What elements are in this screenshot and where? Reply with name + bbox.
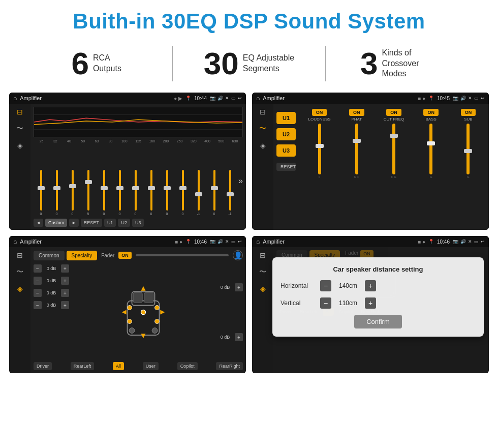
slider-4[interactable]: 5	[81, 170, 96, 216]
slider-1[interactable]: 0	[34, 170, 48, 216]
sp-vol3-minus[interactable]: −	[34, 289, 42, 297]
eq-sidebar-icon-wave[interactable]: 〜	[16, 124, 23, 133]
sp-common-tab[interactable]: Common	[34, 251, 65, 260]
sp-vol1-plus[interactable]: +	[61, 264, 69, 273]
cx-u3-btn[interactable]: U3	[276, 144, 296, 157]
vertical-minus-btn[interactable]: −	[320, 297, 331, 309]
cx-loudness-col: ON LOUDNESS 0	[302, 109, 337, 227]
cx-u2-btn[interactable]: U2	[276, 128, 296, 140]
sp-rearleft-btn[interactable]: RearLeft	[71, 362, 95, 370]
sp-user-icon: 👤	[233, 250, 243, 260]
cx-sidebar-wave-icon[interactable]: 〜	[259, 124, 266, 133]
dist-location-icon: 📍	[428, 239, 434, 244]
sp-all-btn[interactable]: All	[113, 362, 124, 370]
stat-eq: 30 EQ AdjustableSegments	[173, 48, 325, 79]
eq-u2-btn[interactable]: U2	[118, 219, 130, 227]
slider-2[interactable]: 0	[49, 170, 64, 216]
sp-tabs: Common Specialty	[34, 251, 97, 260]
horizontal-label: Horizontal	[281, 282, 316, 289]
crossover-screen-frame: ⌂ Amplifier ■ ● 📍 10:45 📷 🔊 ✕ ▭ ↩ ⊟ 〜 ◈	[252, 93, 489, 230]
sp-right-vol-1: 0 dB +	[217, 283, 243, 291]
slider-9[interactable]: 0	[160, 170, 174, 216]
eq-reset-btn[interactable]: RESET	[81, 219, 102, 227]
cx-cutfreq-scale: F G	[391, 175, 396, 178]
horizontal-minus-btn[interactable]: −	[320, 280, 331, 291]
slider-12[interactable]: 0	[207, 170, 222, 216]
dist-bg-spk-icon: ◈	[260, 285, 266, 293]
slider-next-icon[interactable]: »	[238, 176, 243, 186]
sp-user-btn[interactable]: User	[143, 362, 159, 370]
vertical-value: 110cm	[335, 300, 361, 307]
sp-sidebar-eq-icon[interactable]: ⊟	[17, 251, 23, 259]
sp-vol1-minus[interactable]: −	[34, 264, 42, 273]
eq-sidebar-icon-speaker[interactable]: ◈	[17, 141, 23, 150]
confirm-button[interactable]: Confirm	[354, 315, 402, 328]
cx-cutfreq-on[interactable]: ON	[386, 109, 401, 116]
cx-sidebar: ⊟ 〜 ◈	[252, 104, 273, 230]
slider-5[interactable]: 0	[97, 170, 111, 216]
eq-play-btn[interactable]: ►	[69, 219, 79, 227]
cx-sub-on[interactable]: ON	[461, 109, 476, 116]
eq-prev-btn[interactable]: ◄	[34, 219, 43, 227]
sp-right-vol2-plus[interactable]: +	[235, 333, 243, 341]
svg-rect-7	[144, 292, 153, 303]
slider-6[interactable]: 0	[112, 170, 127, 216]
freq-80: 80	[104, 139, 117, 143]
slider-3[interactable]: 0	[65, 170, 80, 216]
dist-bg-eq-icon: ⊟	[260, 251, 266, 259]
cx-phat-track[interactable]	[355, 124, 358, 174]
slider-11[interactable]: -1	[191, 170, 206, 216]
cx-loudness-on[interactable]: ON	[312, 109, 327, 116]
eq-sidebar-icon-equalizer[interactable]: ⊟	[17, 108, 23, 116]
slider-13[interactable]: -1	[223, 170, 237, 216]
sp-driver-btn[interactable]: Driver	[34, 362, 52, 370]
sp-vol-row-2: − 0 dB +	[34, 277, 69, 285]
cx-cutfreq-label: CUT FREQ	[384, 117, 404, 122]
sp-vol4-plus[interactable]: +	[61, 301, 69, 309]
sp-fader-track[interactable]	[136, 254, 229, 256]
cx-status-bar: ⌂ Amplifier ■ ● 📍 10:45 📷 🔊 ✕ ▭ ↩	[252, 93, 489, 104]
sp-layout-area: − 0 dB + − 0 dB + − 0 dB +	[34, 264, 243, 360]
sp-copilot-btn[interactable]: Copilot	[177, 362, 198, 370]
eq-u3-btn[interactable]: U3	[132, 219, 144, 227]
sp-right-vol1-plus[interactable]: +	[235, 283, 243, 291]
cx-phat-on[interactable]: ON	[349, 109, 364, 116]
eq-u1-btn[interactable]: U1	[104, 219, 116, 227]
cx-sub-track[interactable]	[466, 124, 470, 174]
slider-track-6	[119, 170, 121, 211]
sp-vol4-minus[interactable]: −	[34, 301, 42, 309]
slider-7[interactable]: 0	[128, 170, 143, 216]
sp-specialty-tab[interactable]: Specialty	[67, 251, 98, 260]
speaker-screen-frame: ⌂ Amplifier ■ ● 📍 10:46 📷 🔊 ✕ ▭ ↩ ⊟ 〜 ◈	[9, 236, 246, 373]
sp-sidebar-wave-icon[interactable]: 〜	[16, 267, 23, 277]
cx-reset-btn[interactable]: RESET	[276, 163, 296, 171]
cx-camera-icon: 📷	[453, 96, 458, 101]
horizontal-plus-btn[interactable]: +	[365, 280, 376, 291]
slider-track-11	[198, 170, 200, 211]
vertical-plus-btn[interactable]: +	[365, 297, 376, 309]
slider-val-13: -1	[228, 212, 231, 216]
cx-sidebar-spk-icon[interactable]: ◈	[260, 141, 266, 150]
cx-loudness-track[interactable]	[318, 124, 321, 174]
sp-vol3-plus[interactable]: +	[61, 289, 69, 297]
page-header: Buith-in 30EQ DSP Sound System	[0, 0, 498, 39]
eq-main-area: 25 32 40 50 63 80 100 125 160 200 250 32…	[30, 104, 246, 230]
stat-rca: 6 RCAOutputs	[20, 48, 172, 79]
cx-cutfreq-track[interactable]	[392, 124, 395, 174]
eq-vol-icon: 🔊	[217, 96, 223, 101]
distance-overlay: Car speaker distance setting Horizontal …	[272, 257, 484, 337]
eq-sidebar: ⊟ 〜 ◈	[9, 104, 30, 230]
sp-vol2-plus[interactable]: +	[61, 277, 69, 285]
cx-bass-on[interactable]: ON	[423, 109, 439, 116]
sp-fader-on-btn[interactable]: ON	[118, 252, 132, 259]
sp-rearright-btn[interactable]: RearRight	[216, 362, 243, 370]
cx-channels: ON LOUDNESS 0 ON PHAT	[302, 107, 486, 227]
cx-sidebar-eq-icon[interactable]: ⊟	[260, 108, 266, 116]
slider-8[interactable]: 0	[144, 170, 159, 216]
cx-bass-track[interactable]	[429, 124, 432, 174]
sp-vol2-minus[interactable]: −	[34, 277, 42, 285]
cx-u1-btn[interactable]: U1	[276, 112, 296, 124]
sp-sidebar-spk-icon[interactable]: ◈	[17, 285, 23, 293]
slider-10[interactable]: 0	[175, 170, 190, 216]
eq-preset-label: Custom	[45, 219, 67, 227]
